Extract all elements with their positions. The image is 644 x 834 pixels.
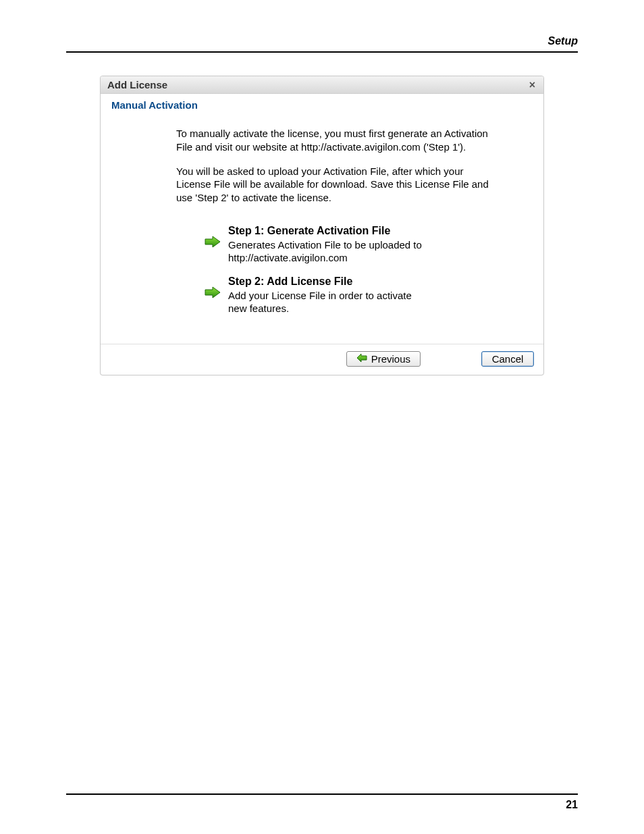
dialog-title: Add License <box>107 79 167 90</box>
manual-activation-instructions: To manually activate the license, you mu… <box>101 111 543 222</box>
previous-button[interactable]: Previous <box>346 351 421 367</box>
add-license-dialog: Add License × Manual Activation To manua… <box>100 76 544 375</box>
manual-activation-heading: Manual Activation <box>101 94 543 111</box>
page-header: Setup <box>66 35 578 53</box>
page-header-label: Setup <box>548 35 578 47</box>
previous-button-label: Previous <box>371 353 410 365</box>
page-number: 21 <box>566 799 578 810</box>
step1-description: Generates Activation File to be uploaded… <box>228 238 427 265</box>
instruction-paragraph-1: To manually activate the license, you mu… <box>176 127 496 154</box>
page-footer: 21 <box>66 793 578 811</box>
cancel-button[interactable]: Cancel <box>481 351 534 367</box>
step-add-license-file[interactable]: Step 2: Add License File Add your Licens… <box>204 276 427 315</box>
close-icon[interactable]: × <box>528 80 537 90</box>
dialog-button-row: Previous Cancel <box>101 344 543 375</box>
arrow-left-icon <box>356 353 367 365</box>
step2-description: Add your License File in order to activa… <box>228 289 427 315</box>
step-generate-activation-file[interactable]: Step 1: Generate Activation File Generat… <box>204 225 427 265</box>
dialog-titlebar: Add License × <box>101 76 543 94</box>
arrow-right-icon <box>204 236 221 248</box>
arrow-right-icon <box>204 286 221 298</box>
cancel-button-label: Cancel <box>492 353 524 365</box>
step2-title: Step 2: Add License File <box>228 276 427 288</box>
instruction-paragraph-2: You will be asked to upload your Activat… <box>176 165 496 205</box>
step1-title: Step 1: Generate Activation File <box>228 225 427 237</box>
